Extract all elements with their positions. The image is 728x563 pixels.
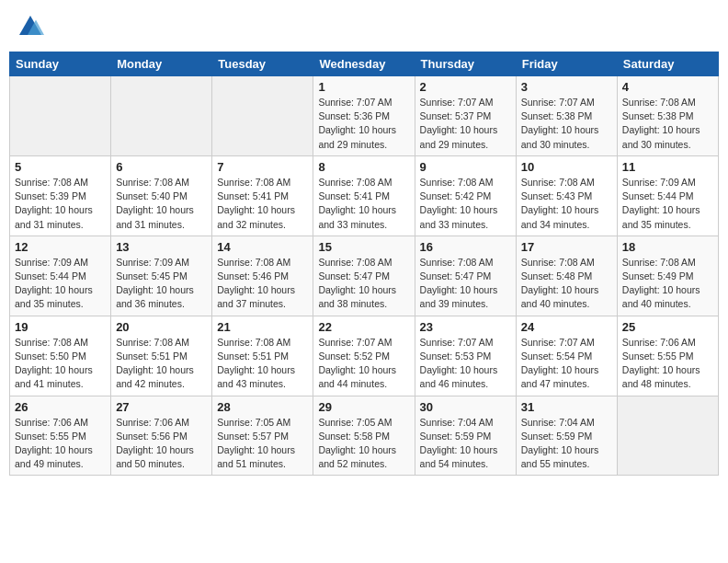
day-info: Sunrise: 7:05 AMSunset: 5:57 PMDaylight:…: [217, 416, 308, 472]
calendar-day-cell: 20 Sunrise: 7:08 AMSunset: 5:51 PMDaylig…: [111, 316, 212, 396]
day-info: Sunrise: 7:06 AMSunset: 5:56 PMDaylight:…: [116, 416, 207, 472]
day-info: Sunrise: 7:08 AMSunset: 5:50 PMDaylight:…: [15, 336, 106, 392]
day-number: 16: [420, 240, 511, 254]
day-info: Sunrise: 7:07 AMSunset: 5:36 PMDaylight:…: [318, 96, 409, 152]
day-info: Sunrise: 7:04 AMSunset: 5:59 PMDaylight:…: [420, 416, 511, 472]
calendar-day-cell: 24 Sunrise: 7:07 AMSunset: 5:54 PMDaylig…: [516, 316, 617, 396]
calendar-day-cell: 11 Sunrise: 7:09 AMSunset: 5:44 PMDaylig…: [617, 155, 718, 236]
calendar-day-cell: 21 Sunrise: 7:08 AMSunset: 5:51 PMDaylig…: [212, 316, 313, 396]
calendar-week-row: 19 Sunrise: 7:08 AMSunset: 5:50 PMDaylig…: [10, 316, 719, 396]
day-info: Sunrise: 7:09 AMSunset: 5:45 PMDaylight:…: [116, 256, 207, 312]
day-info: Sunrise: 7:07 AMSunset: 5:52 PMDaylight:…: [318, 336, 409, 392]
day-number: 23: [420, 320, 511, 334]
page-header: [9, 9, 719, 44]
day-info: Sunrise: 7:08 AMSunset: 5:40 PMDaylight:…: [116, 176, 207, 232]
weekday-header-tuesday: Tuesday: [212, 52, 313, 76]
day-info: Sunrise: 7:08 AMSunset: 5:48 PMDaylight:…: [521, 256, 612, 312]
calendar-day-cell: [617, 396, 718, 476]
calendar-day-cell: 22 Sunrise: 7:07 AMSunset: 5:52 PMDaylig…: [313, 316, 415, 396]
day-number: 4: [622, 80, 713, 94]
logo-icon: [17, 13, 44, 40]
day-number: 21: [217, 320, 308, 334]
day-info: Sunrise: 7:07 AMSunset: 5:38 PMDaylight:…: [521, 96, 612, 152]
day-number: 12: [15, 240, 106, 254]
day-info: Sunrise: 7:05 AMSunset: 5:58 PMDaylight:…: [318, 416, 409, 472]
calendar-week-row: 5 Sunrise: 7:08 AMSunset: 5:39 PMDayligh…: [10, 155, 719, 236]
calendar-day-cell: 13 Sunrise: 7:09 AMSunset: 5:45 PMDaylig…: [111, 236, 212, 316]
calendar-day-cell: [10, 76, 111, 156]
day-info: Sunrise: 7:08 AMSunset: 5:51 PMDaylight:…: [116, 336, 207, 392]
calendar-day-cell: 19 Sunrise: 7:08 AMSunset: 5:50 PMDaylig…: [10, 316, 111, 396]
day-info: Sunrise: 7:09 AMSunset: 5:44 PMDaylight:…: [15, 256, 106, 312]
day-info: Sunrise: 7:07 AMSunset: 5:53 PMDaylight:…: [420, 336, 511, 392]
calendar-day-cell: 26 Sunrise: 7:06 AMSunset: 5:55 PMDaylig…: [10, 396, 111, 476]
weekday-header-monday: Monday: [111, 52, 212, 76]
day-number: 18: [622, 240, 713, 254]
weekday-header-friday: Friday: [516, 52, 617, 76]
calendar-table: SundayMondayTuesdayWednesdayThursdayFrid…: [9, 52, 719, 476]
calendar-week-row: 26 Sunrise: 7:06 AMSunset: 5:55 PMDaylig…: [10, 396, 719, 476]
day-number: 14: [217, 240, 308, 254]
day-number: 7: [217, 160, 308, 174]
calendar-day-cell: 17 Sunrise: 7:08 AMSunset: 5:48 PMDaylig…: [516, 236, 617, 316]
day-number: 5: [15, 160, 106, 174]
day-number: 22: [318, 320, 409, 334]
day-number: 26: [15, 400, 106, 414]
day-info: Sunrise: 7:08 AMSunset: 5:41 PMDaylight:…: [217, 176, 308, 232]
day-info: Sunrise: 7:08 AMSunset: 5:38 PMDaylight:…: [622, 96, 713, 152]
calendar-day-cell: [212, 76, 313, 156]
calendar-day-cell: 1 Sunrise: 7:07 AMSunset: 5:36 PMDayligh…: [313, 76, 415, 156]
calendar-day-cell: 8 Sunrise: 7:08 AMSunset: 5:41 PMDayligh…: [313, 155, 415, 236]
day-info: Sunrise: 7:08 AMSunset: 5:41 PMDaylight:…: [318, 176, 409, 232]
day-number: 8: [318, 160, 409, 174]
day-info: Sunrise: 7:07 AMSunset: 5:54 PMDaylight:…: [521, 336, 612, 392]
day-number: 13: [116, 240, 207, 254]
day-number: 10: [521, 160, 612, 174]
day-number: 17: [521, 240, 612, 254]
calendar-day-cell: 5 Sunrise: 7:08 AMSunset: 5:39 PMDayligh…: [10, 155, 111, 236]
day-number: 15: [318, 240, 409, 254]
day-number: 3: [521, 80, 612, 94]
weekday-header-thursday: Thursday: [415, 52, 516, 76]
day-number: 9: [420, 160, 511, 174]
day-number: 20: [116, 320, 207, 334]
calendar-day-cell: 25 Sunrise: 7:06 AMSunset: 5:55 PMDaylig…: [617, 316, 718, 396]
day-number: 24: [521, 320, 612, 334]
calendar-day-cell: 18 Sunrise: 7:08 AMSunset: 5:49 PMDaylig…: [617, 236, 718, 316]
calendar-day-cell: 31 Sunrise: 7:04 AMSunset: 5:59 PMDaylig…: [516, 396, 617, 476]
day-info: Sunrise: 7:08 AMSunset: 5:42 PMDaylight:…: [420, 176, 511, 232]
calendar-day-cell: 6 Sunrise: 7:08 AMSunset: 5:40 PMDayligh…: [111, 155, 212, 236]
day-info: Sunrise: 7:08 AMSunset: 5:39 PMDaylight:…: [15, 176, 106, 232]
weekday-header-sunday: Sunday: [10, 52, 111, 76]
calendar-day-cell: [111, 76, 212, 156]
calendar-week-row: 12 Sunrise: 7:09 AMSunset: 5:44 PMDaylig…: [10, 236, 719, 316]
logo: [17, 13, 48, 40]
day-number: 1: [318, 80, 409, 94]
calendar-week-row: 1 Sunrise: 7:07 AMSunset: 5:36 PMDayligh…: [10, 76, 719, 156]
day-number: 11: [622, 160, 713, 174]
calendar-day-cell: 4 Sunrise: 7:08 AMSunset: 5:38 PMDayligh…: [617, 76, 718, 156]
calendar-day-cell: 2 Sunrise: 7:07 AMSunset: 5:37 PMDayligh…: [415, 76, 516, 156]
day-info: Sunrise: 7:08 AMSunset: 5:47 PMDaylight:…: [318, 256, 409, 312]
day-number: 19: [15, 320, 106, 334]
calendar-day-cell: 28 Sunrise: 7:05 AMSunset: 5:57 PMDaylig…: [212, 396, 313, 476]
calendar-day-cell: 30 Sunrise: 7:04 AMSunset: 5:59 PMDaylig…: [415, 396, 516, 476]
calendar-day-cell: 14 Sunrise: 7:08 AMSunset: 5:46 PMDaylig…: [212, 236, 313, 316]
calendar-day-cell: 27 Sunrise: 7:06 AMSunset: 5:56 PMDaylig…: [111, 396, 212, 476]
day-number: 29: [318, 400, 409, 414]
day-info: Sunrise: 7:08 AMSunset: 5:46 PMDaylight:…: [217, 256, 308, 312]
day-number: 31: [521, 400, 612, 414]
calendar-day-cell: 10 Sunrise: 7:08 AMSunset: 5:43 PMDaylig…: [516, 155, 617, 236]
day-info: Sunrise: 7:08 AMSunset: 5:43 PMDaylight:…: [521, 176, 612, 232]
calendar-day-cell: 23 Sunrise: 7:07 AMSunset: 5:53 PMDaylig…: [415, 316, 516, 396]
calendar-day-cell: 16 Sunrise: 7:08 AMSunset: 5:47 PMDaylig…: [415, 236, 516, 316]
calendar-day-cell: 12 Sunrise: 7:09 AMSunset: 5:44 PMDaylig…: [10, 236, 111, 316]
day-info: Sunrise: 7:06 AMSunset: 5:55 PMDaylight:…: [15, 416, 106, 472]
weekday-header-row: SundayMondayTuesdayWednesdayThursdayFrid…: [10, 52, 719, 76]
calendar-day-cell: 3 Sunrise: 7:07 AMSunset: 5:38 PMDayligh…: [516, 76, 617, 156]
calendar-day-cell: 15 Sunrise: 7:08 AMSunset: 5:47 PMDaylig…: [313, 236, 415, 316]
day-number: 27: [116, 400, 207, 414]
day-info: Sunrise: 7:07 AMSunset: 5:37 PMDaylight:…: [420, 96, 511, 152]
day-info: Sunrise: 7:08 AMSunset: 5:49 PMDaylight:…: [622, 256, 713, 312]
day-number: 30: [420, 400, 511, 414]
